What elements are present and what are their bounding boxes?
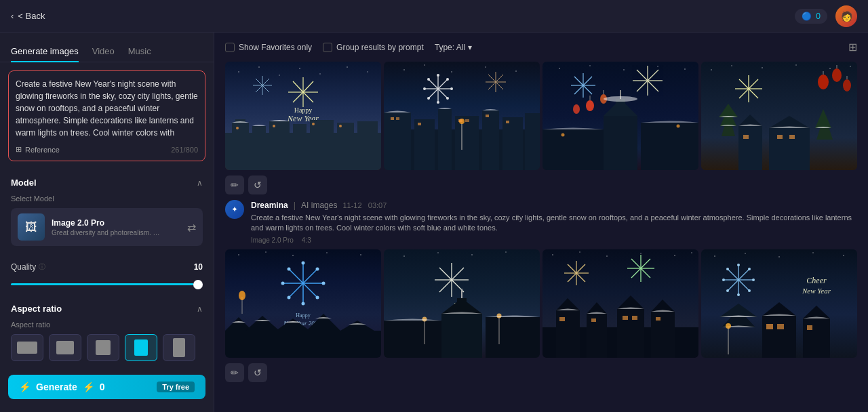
svg-point-53 — [450, 87, 453, 90]
svg-rect-273 — [807, 325, 812, 330]
gen-prompt-1: Create a festive New Year's night scene … — [251, 213, 857, 234]
svg-rect-73 — [502, 117, 523, 170]
svg-line-187 — [452, 268, 464, 280]
aspect-ratio-chevron[interactable]: ∧ — [197, 304, 203, 314]
svg-rect-31 — [310, 120, 334, 133]
svg-rect-83 — [506, 121, 509, 123]
select-model-label: Select Model — [11, 194, 203, 203]
svg-point-210 — [674, 255, 675, 256]
svg-point-261 — [737, 293, 740, 296]
svg-rect-201 — [486, 317, 540, 358]
svg-line-104 — [637, 70, 648, 81]
svg-line-221 — [641, 259, 650, 268]
svg-point-152 — [265, 251, 267, 253]
type-dropdown[interactable]: Type: All ▾ — [435, 43, 472, 52]
svg-marker-236 — [651, 300, 675, 312]
swap-icon[interactable]: ⇄ — [187, 221, 196, 234]
image-cell-2[interactable] — [384, 62, 540, 170]
prompt-input[interactable]: Create a festive New Year's night scene … — [16, 78, 198, 139]
ar-shape-wide — [17, 342, 37, 354]
image-actions-1: ✏ ↺ — [225, 176, 857, 194]
image-cell-4[interactable] — [701, 62, 857, 170]
image-cell-7[interactable] — [542, 249, 698, 358]
svg-rect-25 — [225, 133, 381, 170]
svg-point-84 — [559, 68, 560, 69]
svg-line-44 — [438, 79, 448, 89]
svg-point-88 — [684, 68, 686, 70]
prompt-area: Create a festive New Year's night scene … — [8, 70, 205, 161]
gen-pipe-1: | — [294, 200, 296, 210]
header-right: 🔵 0 🧑 — [795, 5, 857, 27]
svg-rect-114 — [542, 129, 604, 170]
svg-rect-29 — [269, 121, 290, 133]
content-toolbar: Show Favorites only Group results by pro… — [225, 41, 857, 54]
svg-line-193 — [439, 268, 452, 280]
edit-button-2[interactable]: ✏ — [225, 363, 244, 382]
svg-rect-233 — [617, 309, 644, 358]
header: ‹ < Back 🔵 0 🧑 — [0, 0, 868, 33]
ar-option-portrait[interactable] — [87, 334, 119, 361]
svg-line-217 — [568, 273, 576, 282]
svg-text:New Year: New Year — [802, 287, 831, 295]
tab-music[interactable]: Music — [128, 41, 151, 62]
image-2 — [384, 62, 540, 170]
svg-point-6 — [367, 71, 368, 73]
image-cell-5[interactable]: Happy New Year 2024! — [225, 249, 381, 358]
svg-point-275 — [726, 323, 731, 329]
reference-button[interactable]: ⊞ Reference — [16, 145, 60, 154]
svg-rect-32 — [337, 123, 354, 133]
quality-slider[interactable] — [11, 283, 203, 285]
back-button[interactable]: ‹ < Back — [11, 11, 45, 21]
svg-marker-179 — [340, 321, 374, 331]
svg-rect-77 — [391, 117, 394, 120]
svg-line-159 — [303, 283, 317, 297]
svg-line-92 — [583, 85, 592, 94]
svg-point-127 — [843, 79, 851, 91]
svg-point-58 — [427, 78, 430, 81]
svg-point-182 — [403, 255, 405, 257]
svg-point-260 — [748, 289, 751, 292]
svg-point-170 — [281, 281, 285, 285]
ar-option-tall[interactable] — [163, 334, 195, 361]
generate-label: Generate — [36, 382, 77, 392]
model-chevron[interactable]: ∧ — [197, 178, 203, 188]
svg-marker-234 — [617, 295, 644, 309]
svg-point-34 — [236, 127, 239, 129]
group-results-check[interactable]: Group results by prompt — [323, 43, 424, 52]
svg-rect-198 — [457, 298, 467, 313]
ar-option-square[interactable] — [125, 334, 157, 361]
svg-point-105 — [586, 100, 594, 111]
image-actions-2: ✏ ↺ — [225, 363, 857, 382]
regenerate-button-2[interactable]: ↺ — [248, 363, 267, 382]
image-cell-3[interactable] — [542, 62, 698, 170]
tab-generate-images[interactable]: Generate images — [11, 41, 79, 62]
group-checkbox[interactable] — [323, 43, 332, 52]
svg-point-181 — [239, 291, 245, 300]
svg-point-154 — [326, 252, 328, 253]
ar-option-wide[interactable] — [11, 334, 43, 361]
image-cell-6[interactable]: Happy New Year — [384, 249, 540, 358]
edit-button-1[interactable]: ✏ — [225, 176, 244, 194]
svg-point-245 — [812, 252, 814, 253]
gen-name-1: Dreamina — [251, 201, 288, 210]
tab-video[interactable]: Video — [92, 41, 115, 62]
image-cell-1[interactable]: Happy New Year — [225, 62, 381, 170]
svg-point-39 — [424, 64, 425, 66]
regenerate-button-1[interactable]: ↺ — [248, 176, 267, 194]
show-favorites-check[interactable]: Show Favorites only — [225, 43, 312, 52]
model-card[interactable]: 🖼 Image 2.0 Pro Great diversity and phot… — [11, 208, 203, 246]
favorites-checkbox[interactable] — [225, 43, 235, 52]
ar-option-landscape[interactable] — [49, 334, 81, 361]
generate-button[interactable]: ⚡ Generate ⚡ 0 Try free — [8, 375, 205, 399]
svg-marker-268 — [762, 302, 796, 316]
svg-point-85 — [589, 65, 591, 66]
svg-rect-81 — [465, 119, 469, 122]
svg-line-215 — [576, 273, 585, 282]
image-cell-8[interactable]: Cheer New Year — [701, 249, 857, 358]
info-icon: ⓘ — [39, 262, 45, 272]
svg-point-123 — [829, 68, 831, 69]
back-icon: ‹ — [11, 11, 14, 21]
svg-rect-148 — [743, 135, 749, 139]
layout-icon[interactable]: ⊞ — [848, 41, 857, 54]
avatar[interactable]: 🧑 — [835, 5, 857, 27]
